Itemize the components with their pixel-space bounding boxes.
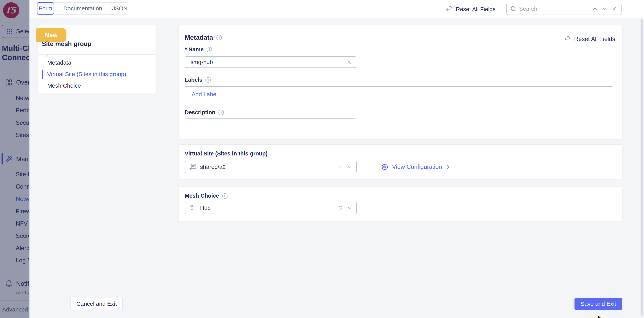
info-icon[interactable]: i bbox=[206, 77, 211, 83]
mesh-choice-value: Hub bbox=[200, 205, 334, 211]
info-icon[interactable]: i bbox=[218, 110, 224, 115]
name-input[interactable] bbox=[190, 59, 346, 65]
info-icon[interactable]: i bbox=[222, 193, 228, 199]
site-mesh-group-modal: Form Documentation JSON Reset All Fields bbox=[29, 0, 644, 318]
tab-form[interactable]: Form bbox=[37, 2, 54, 14]
scrollbar-thumb[interactable] bbox=[640, 19, 643, 316]
tab-documentation[interactable]: Documentation bbox=[54, 3, 112, 14]
save-and-exit-button[interactable]: Save and Exit bbox=[574, 298, 622, 310]
name-input-wrap bbox=[185, 56, 356, 68]
mesh-choice-section-card: Mesh Choice i Hub bbox=[178, 186, 622, 221]
metadata-section-card: Metadata i Reset All Fields * Name i Lab… bbox=[178, 25, 622, 139]
virtual-site-value: shared/a2 bbox=[200, 164, 334, 170]
form-reset-all-label: Reset All Fields bbox=[574, 36, 615, 42]
wizard-title: Site mesh group bbox=[42, 40, 92, 47]
wizard-nav-metadata[interactable]: Metadata bbox=[47, 59, 71, 66]
chevron-down-icon bbox=[602, 6, 608, 12]
name-label-text: * Name bbox=[185, 46, 204, 53]
wizard-nav-card: New Site mesh group Metadata Virtual Sit… bbox=[38, 25, 156, 94]
labels-label-text: Labels bbox=[185, 77, 202, 83]
mouse-cursor bbox=[597, 315, 603, 318]
info-icon[interactable]: i bbox=[216, 35, 222, 40]
labels-field-label: Labels i bbox=[185, 77, 211, 83]
form-doc-icon bbox=[189, 163, 197, 171]
wizard-nav-virtual-site[interactable]: Virtual Site (Sites in this group) bbox=[47, 71, 126, 77]
description-field-label: Description i bbox=[185, 109, 224, 116]
search-icon bbox=[510, 5, 517, 12]
form-reset-all-fields-button[interactable]: Reset All Fields bbox=[564, 35, 615, 43]
chevron-up-icon bbox=[592, 6, 598, 12]
clear-x-icon[interactable] bbox=[338, 164, 343, 170]
mesh-choice-label-text: Mesh Choice bbox=[185, 193, 219, 199]
undo-reset-icon bbox=[445, 5, 453, 13]
labels-box: Add Label bbox=[185, 86, 613, 102]
undo-reset-icon bbox=[564, 35, 572, 43]
nav-card-divider bbox=[38, 54, 156, 55]
virtual-site-select[interactable]: shared/a2 bbox=[185, 161, 357, 173]
reset-all-fields-button[interactable]: Reset All Fields bbox=[445, 5, 496, 13]
metadata-section-title: Metadata i bbox=[185, 34, 222, 41]
wizard-nav-active-bar bbox=[42, 70, 43, 79]
virtual-site-label: Virtual Site (Sites in this group) bbox=[185, 151, 268, 157]
refresh-icon[interactable] bbox=[337, 205, 343, 211]
virtual-site-label-text: Virtual Site (Sites in this group) bbox=[185, 151, 268, 157]
branch-arrows-icon bbox=[189, 204, 197, 212]
add-label-button[interactable]: Add Label bbox=[192, 91, 218, 98]
description-input-wrap bbox=[185, 119, 356, 130]
info-icon[interactable]: i bbox=[206, 47, 212, 52]
search-input[interactable] bbox=[519, 5, 587, 12]
search-close-button[interactable] bbox=[610, 5, 618, 13]
wizard-nav-mesh-choice[interactable]: Mesh Choice bbox=[47, 82, 81, 89]
view-target-icon bbox=[380, 163, 389, 171]
clear-x-icon[interactable] bbox=[346, 59, 352, 65]
mesh-choice-label: Mesh Choice i bbox=[185, 193, 228, 199]
reset-all-fields-label: Reset All Fields bbox=[456, 6, 496, 12]
mesh-choice-select[interactable]: Hub bbox=[185, 202, 357, 214]
description-label-text: Description bbox=[185, 109, 216, 116]
view-configuration-link[interactable]: View Configuration bbox=[380, 161, 452, 173]
modal-topbar: Form Documentation JSON Reset All Fields bbox=[30, 0, 644, 18]
tab-json[interactable]: JSON bbox=[112, 3, 128, 14]
cancel-and-exit-button[interactable]: Cancel and Exit bbox=[70, 298, 123, 310]
search-next-button[interactable] bbox=[601, 5, 608, 13]
chevron-down-icon[interactable] bbox=[347, 164, 352, 170]
tab-group: Documentation JSON bbox=[54, 2, 128, 14]
virtual-site-section-card: Virtual Site (Sites in this group) share… bbox=[178, 144, 622, 179]
close-icon bbox=[611, 6, 617, 12]
modal-backdrop bbox=[0, 0, 30, 318]
search-prev-button[interactable] bbox=[591, 5, 599, 13]
name-field-label: * Name i bbox=[185, 46, 212, 53]
search-bar bbox=[506, 3, 622, 15]
chevron-right-icon bbox=[445, 164, 452, 170]
chevron-down-icon[interactable] bbox=[347, 205, 352, 211]
search-divider bbox=[589, 5, 589, 12]
section-title-text: Metadata bbox=[185, 34, 213, 41]
view-configuration-label: View Configuration bbox=[392, 163, 442, 170]
new-badge: New bbox=[36, 28, 66, 42]
description-input[interactable] bbox=[190, 121, 352, 128]
